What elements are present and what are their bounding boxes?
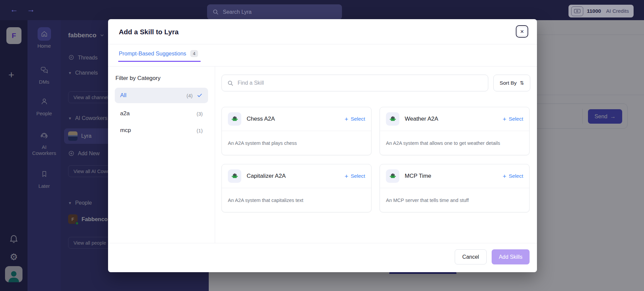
- sort-arrows-icon: ⇅: [520, 80, 524, 86]
- cancel-button[interactable]: Cancel: [455, 249, 487, 264]
- skill-description: An A2A system that allows one to get wea…: [380, 131, 529, 155]
- select-skill-button[interactable]: + Select: [503, 173, 523, 179]
- vertical-divider: [215, 67, 215, 243]
- filter-item-all[interactable]: All (4): [115, 88, 208, 103]
- robot-icon: [386, 169, 399, 183]
- credits-amount: 11000: [587, 8, 601, 14]
- skill-description: An A2A system that plays chess: [222, 131, 371, 155]
- skill-card-weather: Weather A2A + Select An A2A system that …: [380, 107, 530, 155]
- search-icon: [227, 80, 234, 86]
- robot-icon: [386, 112, 399, 126]
- robot-icon: [228, 169, 241, 183]
- skill-grid: Chess A2A + Select An A2A system that pl…: [221, 107, 530, 212]
- filter-heading: Filter by Category: [115, 75, 160, 82]
- ai-credits-badge[interactable]: 11000 AI Credits: [568, 5, 634, 17]
- global-search[interactable]: [207, 4, 342, 19]
- skill-card-mcp-time: MCP Time + Select An MCP server that tel…: [380, 164, 530, 212]
- filter-item-a2a[interactable]: a2a (3): [115, 107, 208, 120]
- divider: [108, 243, 537, 243]
- sort-by-button[interactable]: Sort By ⇅: [493, 75, 530, 91]
- search-icon: [212, 9, 219, 15]
- divider: [108, 44, 537, 44]
- skill-description: An MCP server that tells time and stuff: [380, 188, 529, 212]
- filter-item-mcp[interactable]: mcp (1): [115, 124, 208, 137]
- global-search-input[interactable]: [223, 9, 337, 15]
- skill-card-capitalizer: Capitalizer A2A + Select An A2A system t…: [221, 164, 371, 212]
- credits-label: AI Credits: [606, 8, 629, 14]
- tab-prompt-based-suggestions[interactable]: Prompt-Based Suggestions 4: [119, 50, 198, 57]
- skill-card-chess: Chess A2A + Select An A2A system that pl…: [221, 107, 371, 155]
- back-arrow-icon[interactable]: ←: [10, 5, 18, 14]
- add-skills-button[interactable]: Add Skills: [492, 249, 530, 264]
- check-icon: [197, 92, 203, 98]
- divider: [108, 66, 537, 67]
- banknote-icon: [571, 6, 583, 16]
- skill-description: An A2A system that capitalizes text: [222, 188, 371, 212]
- tab-count-badge: 4: [190, 50, 198, 57]
- skill-search[interactable]: [221, 75, 488, 91]
- active-tab-underline: [118, 61, 201, 62]
- top-bar: ← → 11000 AI Credits: [0, 0, 644, 20]
- add-skill-modal: Add a Skill to Lyra × Prompt-Based Sugge…: [108, 19, 537, 272]
- select-skill-button[interactable]: + Select: [345, 173, 365, 179]
- robot-icon: [228, 112, 241, 126]
- forward-arrow-icon[interactable]: →: [27, 5, 35, 14]
- select-skill-button[interactable]: + Select: [345, 116, 365, 122]
- select-skill-button[interactable]: + Select: [503, 116, 523, 122]
- skill-search-input[interactable]: [238, 80, 483, 86]
- modal-title: Add a Skill to Lyra: [119, 28, 179, 36]
- close-button[interactable]: ×: [516, 25, 528, 38]
